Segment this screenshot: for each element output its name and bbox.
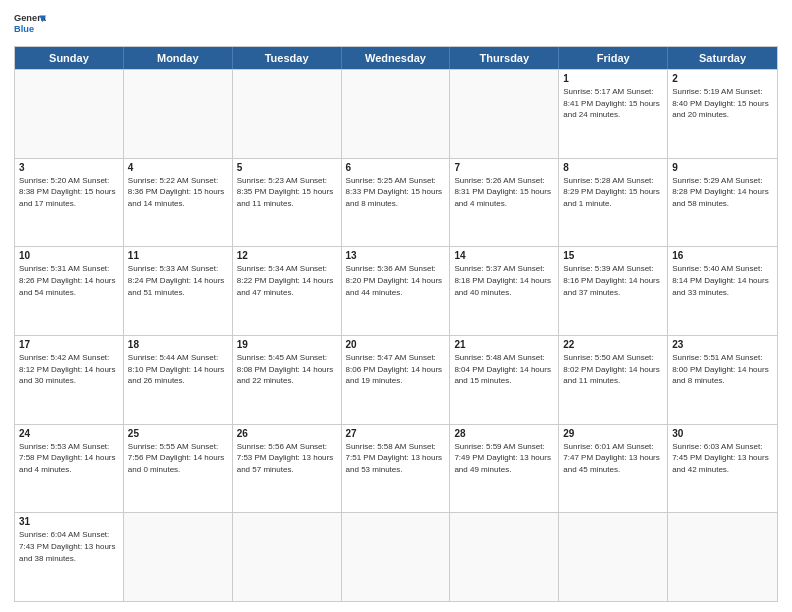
calendar-header: SundayMondayTuesdayWednesdayThursdayFrid… xyxy=(15,47,777,69)
day-cell-26: 26Sunrise: 5:56 AM Sunset: 7:53 PM Dayli… xyxy=(233,425,342,513)
day-number: 7 xyxy=(454,162,554,173)
day-info: Sunrise: 5:51 AM Sunset: 8:00 PM Dayligh… xyxy=(672,352,773,387)
day-cell-17: 17Sunrise: 5:42 AM Sunset: 8:12 PM Dayli… xyxy=(15,336,124,424)
calendar-week-2: 10Sunrise: 5:31 AM Sunset: 8:26 PM Dayli… xyxy=(15,246,777,335)
calendar-week-5: 31Sunrise: 6:04 AM Sunset: 7:43 PM Dayli… xyxy=(15,512,777,601)
day-cell-25: 25Sunrise: 5:55 AM Sunset: 7:56 PM Dayli… xyxy=(124,425,233,513)
page: General Blue SundayMondayTuesdayWednesda… xyxy=(0,0,792,612)
day-number: 1 xyxy=(563,73,663,84)
day-cell-7: 7Sunrise: 5:26 AM Sunset: 8:31 PM Daylig… xyxy=(450,159,559,247)
header-day-sunday: Sunday xyxy=(15,47,124,69)
empty-cell xyxy=(450,70,559,158)
calendar: SundayMondayTuesdayWednesdayThursdayFrid… xyxy=(14,46,778,602)
header: General Blue xyxy=(14,10,778,38)
day-cell-29: 29Sunrise: 6:01 AM Sunset: 7:47 PM Dayli… xyxy=(559,425,668,513)
day-info: Sunrise: 5:53 AM Sunset: 7:58 PM Dayligh… xyxy=(19,441,119,476)
day-cell-16: 16Sunrise: 5:40 AM Sunset: 8:14 PM Dayli… xyxy=(668,247,777,335)
calendar-week-3: 17Sunrise: 5:42 AM Sunset: 8:12 PM Dayli… xyxy=(15,335,777,424)
empty-cell xyxy=(559,513,668,601)
day-info: Sunrise: 5:50 AM Sunset: 8:02 PM Dayligh… xyxy=(563,352,663,387)
empty-cell xyxy=(15,70,124,158)
day-number: 9 xyxy=(672,162,773,173)
day-info: Sunrise: 5:19 AM Sunset: 8:40 PM Dayligh… xyxy=(672,86,773,121)
empty-cell xyxy=(668,513,777,601)
day-info: Sunrise: 5:39 AM Sunset: 8:16 PM Dayligh… xyxy=(563,263,663,298)
day-number: 2 xyxy=(672,73,773,84)
day-cell-11: 11Sunrise: 5:33 AM Sunset: 8:24 PM Dayli… xyxy=(124,247,233,335)
day-number: 16 xyxy=(672,250,773,261)
day-number: 23 xyxy=(672,339,773,350)
day-cell-1: 1Sunrise: 5:17 AM Sunset: 8:41 PM Daylig… xyxy=(559,70,668,158)
empty-cell xyxy=(124,513,233,601)
day-number: 21 xyxy=(454,339,554,350)
day-cell-19: 19Sunrise: 5:45 AM Sunset: 8:08 PM Dayli… xyxy=(233,336,342,424)
day-cell-31: 31Sunrise: 6:04 AM Sunset: 7:43 PM Dayli… xyxy=(15,513,124,601)
day-cell-28: 28Sunrise: 5:59 AM Sunset: 7:49 PM Dayli… xyxy=(450,425,559,513)
day-cell-23: 23Sunrise: 5:51 AM Sunset: 8:00 PM Dayli… xyxy=(668,336,777,424)
day-number: 14 xyxy=(454,250,554,261)
day-info: Sunrise: 5:36 AM Sunset: 8:20 PM Dayligh… xyxy=(346,263,446,298)
day-cell-18: 18Sunrise: 5:44 AM Sunset: 8:10 PM Dayli… xyxy=(124,336,233,424)
day-cell-30: 30Sunrise: 6:03 AM Sunset: 7:45 PM Dayli… xyxy=(668,425,777,513)
empty-cell xyxy=(124,70,233,158)
day-info: Sunrise: 5:33 AM Sunset: 8:24 PM Dayligh… xyxy=(128,263,228,298)
day-info: Sunrise: 5:31 AM Sunset: 8:26 PM Dayligh… xyxy=(19,263,119,298)
day-cell-9: 9Sunrise: 5:29 AM Sunset: 8:28 PM Daylig… xyxy=(668,159,777,247)
day-number: 6 xyxy=(346,162,446,173)
generalblue-logo-icon: General Blue xyxy=(14,10,46,38)
day-number: 27 xyxy=(346,428,446,439)
day-cell-2: 2Sunrise: 5:19 AM Sunset: 8:40 PM Daylig… xyxy=(668,70,777,158)
day-info: Sunrise: 5:25 AM Sunset: 8:33 PM Dayligh… xyxy=(346,175,446,210)
calendar-week-0: 1Sunrise: 5:17 AM Sunset: 8:41 PM Daylig… xyxy=(15,69,777,158)
logo: General Blue xyxy=(14,10,46,38)
day-cell-22: 22Sunrise: 5:50 AM Sunset: 8:02 PM Dayli… xyxy=(559,336,668,424)
day-number: 26 xyxy=(237,428,337,439)
day-info: Sunrise: 5:17 AM Sunset: 8:41 PM Dayligh… xyxy=(563,86,663,121)
day-number: 12 xyxy=(237,250,337,261)
day-info: Sunrise: 5:44 AM Sunset: 8:10 PM Dayligh… xyxy=(128,352,228,387)
day-info: Sunrise: 5:58 AM Sunset: 7:51 PM Dayligh… xyxy=(346,441,446,476)
day-number: 8 xyxy=(563,162,663,173)
day-info: Sunrise: 5:56 AM Sunset: 7:53 PM Dayligh… xyxy=(237,441,337,476)
day-number: 20 xyxy=(346,339,446,350)
day-number: 19 xyxy=(237,339,337,350)
svg-text:Blue: Blue xyxy=(14,24,34,34)
day-number: 17 xyxy=(19,339,119,350)
day-cell-15: 15Sunrise: 5:39 AM Sunset: 8:16 PM Dayli… xyxy=(559,247,668,335)
day-info: Sunrise: 5:28 AM Sunset: 8:29 PM Dayligh… xyxy=(563,175,663,210)
empty-cell xyxy=(342,513,451,601)
day-number: 4 xyxy=(128,162,228,173)
day-number: 22 xyxy=(563,339,663,350)
header-day-saturday: Saturday xyxy=(668,47,777,69)
empty-cell xyxy=(342,70,451,158)
day-number: 13 xyxy=(346,250,446,261)
day-number: 30 xyxy=(672,428,773,439)
header-day-thursday: Thursday xyxy=(450,47,559,69)
empty-cell xyxy=(450,513,559,601)
day-cell-14: 14Sunrise: 5:37 AM Sunset: 8:18 PM Dayli… xyxy=(450,247,559,335)
header-day-wednesday: Wednesday xyxy=(342,47,451,69)
day-info: Sunrise: 5:37 AM Sunset: 8:18 PM Dayligh… xyxy=(454,263,554,298)
day-info: Sunrise: 5:20 AM Sunset: 8:38 PM Dayligh… xyxy=(19,175,119,210)
day-info: Sunrise: 5:22 AM Sunset: 8:36 PM Dayligh… xyxy=(128,175,228,210)
day-info: Sunrise: 5:48 AM Sunset: 8:04 PM Dayligh… xyxy=(454,352,554,387)
day-info: Sunrise: 5:55 AM Sunset: 7:56 PM Dayligh… xyxy=(128,441,228,476)
day-number: 24 xyxy=(19,428,119,439)
day-info: Sunrise: 5:47 AM Sunset: 8:06 PM Dayligh… xyxy=(346,352,446,387)
day-cell-3: 3Sunrise: 5:20 AM Sunset: 8:38 PM Daylig… xyxy=(15,159,124,247)
day-number: 15 xyxy=(563,250,663,261)
day-cell-8: 8Sunrise: 5:28 AM Sunset: 8:29 PM Daylig… xyxy=(559,159,668,247)
day-number: 3 xyxy=(19,162,119,173)
day-number: 29 xyxy=(563,428,663,439)
day-number: 18 xyxy=(128,339,228,350)
day-cell-6: 6Sunrise: 5:25 AM Sunset: 8:33 PM Daylig… xyxy=(342,159,451,247)
day-cell-21: 21Sunrise: 5:48 AM Sunset: 8:04 PM Dayli… xyxy=(450,336,559,424)
day-number: 25 xyxy=(128,428,228,439)
empty-cell xyxy=(233,70,342,158)
day-info: Sunrise: 5:34 AM Sunset: 8:22 PM Dayligh… xyxy=(237,263,337,298)
day-cell-20: 20Sunrise: 5:47 AM Sunset: 8:06 PM Dayli… xyxy=(342,336,451,424)
day-info: Sunrise: 5:23 AM Sunset: 8:35 PM Dayligh… xyxy=(237,175,337,210)
day-cell-13: 13Sunrise: 5:36 AM Sunset: 8:20 PM Dayli… xyxy=(342,247,451,335)
day-number: 31 xyxy=(19,516,119,527)
day-info: Sunrise: 5:40 AM Sunset: 8:14 PM Dayligh… xyxy=(672,263,773,298)
